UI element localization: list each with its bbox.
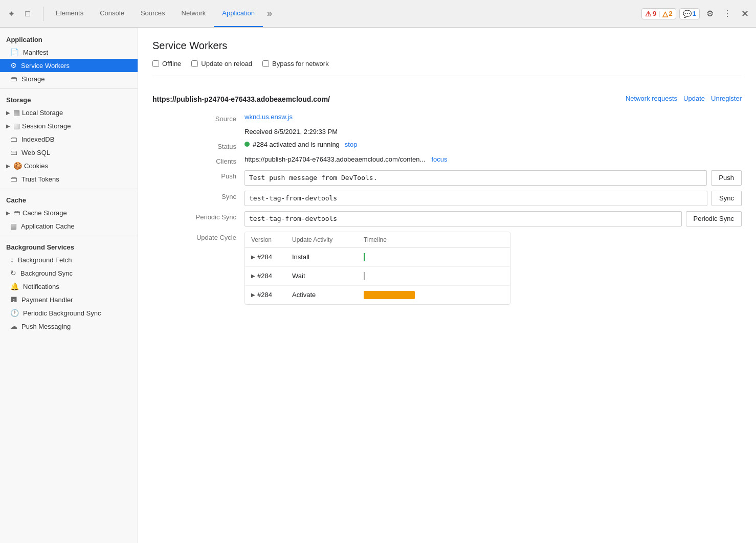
sync-input[interactable]: [244, 191, 707, 206]
tab-application[interactable]: Application: [214, 0, 263, 27]
bypass-for-network-checkbox-label[interactable]: Bypass for network: [262, 60, 329, 67]
settings-button[interactable]: ⚙: [703, 7, 717, 21]
sidebar-item-web-sql-label: Web SQL: [21, 149, 50, 156]
status-text: #284 activated and is running: [253, 141, 340, 148]
clients-label: Clients: [193, 155, 244, 165]
update-on-reload-checkbox[interactable]: [191, 60, 198, 67]
page-title: Service Workers: [152, 40, 742, 52]
periodic-bg-sync-icon: 🕐: [10, 309, 19, 317]
sidebar-item-indexeddb[interactable]: 🗃 IndexedDB: [0, 132, 138, 146]
sidebar-item-application-cache-label: Application Cache: [21, 222, 75, 230]
sync-row: Sync: [244, 191, 742, 206]
sidebar-item-bg-fetch-label: Background Fetch: [18, 256, 72, 264]
sidebar-item-push-messaging[interactable]: ☁ Push Messaging: [0, 320, 138, 333]
cache-section-header: Cache: [0, 192, 138, 206]
tab-console[interactable]: Console: [92, 0, 132, 27]
sidebar-item-application-cache[interactable]: ▦ Application Cache: [0, 219, 138, 233]
update-cycle-row-1: ▶ #284 Wait: [245, 267, 510, 286]
status-dot: [244, 142, 250, 147]
bypass-for-network-label: Bypass for network: [272, 60, 329, 67]
offline-label: Offline: [162, 60, 181, 67]
sidebar-item-notifications[interactable]: 🔔 Notifications: [0, 280, 138, 293]
status-value: #284 activated and is running stop: [244, 141, 742, 148]
sidebar-item-service-workers[interactable]: ⚙ Service Workers: [0, 59, 138, 72]
focus-link[interactable]: focus: [431, 155, 447, 163]
message-badge-group[interactable]: 💬 1: [679, 8, 700, 19]
update-on-reload-checkbox-label[interactable]: Update on reload: [191, 60, 252, 67]
push-label: Push: [193, 170, 244, 180]
update-cycle-header: Version Update Activity Timeline: [245, 232, 510, 248]
sidebar-item-manifest[interactable]: 📄 Manifest: [0, 46, 138, 59]
update-cycle-label: Update Cycle: [193, 232, 244, 241]
sidebar-item-trust-tokens[interactable]: 🗃 Trust Tokens: [0, 172, 138, 186]
notifications-icon: 🔔: [10, 282, 19, 290]
periodic-sync-button[interactable]: Periodic Sync: [686, 211, 742, 227]
cursor-icon[interactable]: ⌖: [4, 7, 18, 21]
offline-checkbox[interactable]: [152, 60, 159, 67]
toolbar-right: ⚠ 9 | △ 2 💬 1 ⚙ ⋮ ✕: [641, 7, 752, 21]
expand-arrow-0: ▶: [251, 254, 255, 260]
push-row: Push: [244, 170, 742, 186]
timeline-bar-gray-1: [364, 272, 365, 280]
sidebar-item-local-storage[interactable]: ▶ ▦ Local Storage: [0, 106, 138, 119]
web-sql-icon: 🗃: [10, 148, 17, 156]
sidebar-item-storage-main-label: Storage: [21, 75, 45, 83]
sync-button[interactable]: Sync: [711, 191, 742, 206]
update-cycle-row-2: ▶ #284 Activate: [245, 286, 510, 304]
sidebar-item-cache-storage-label: Cache Storage: [23, 209, 67, 217]
sw-url-row: https://publish-p24704-e76433.adobeaemcl…: [152, 95, 742, 105]
sidebar-item-bg-sync[interactable]: ↻ Background Sync: [0, 266, 138, 280]
sidebar-item-web-sql[interactable]: 🗃 Web SQL: [0, 146, 138, 159]
periodic-sync-input[interactable]: [244, 211, 682, 227]
sidebar-item-cookies[interactable]: ▶ 🍪 Cookies: [0, 159, 138, 172]
sidebar-item-periodic-bg-sync[interactable]: 🕐 Periodic Background Sync: [0, 306, 138, 320]
stop-link[interactable]: stop: [345, 141, 358, 148]
push-button[interactable]: Push: [711, 170, 742, 186]
service-worker-entry: https://publish-p24704-e76433.adobeaemcl…: [152, 86, 742, 313]
main-layout: Application 📄 Manifest ⚙ Service Workers…: [0, 28, 756, 543]
push-messaging-icon: ☁: [10, 322, 17, 330]
payment-handler-icon: 🖪: [10, 296, 17, 304]
expand-icon-cache-storage: ▶: [6, 210, 10, 216]
responsive-icon[interactable]: □: [20, 7, 35, 21]
tab-sources[interactable]: Sources: [132, 0, 173, 27]
more-tabs-button[interactable]: »: [263, 0, 276, 27]
sidebar-item-periodic-bg-sync-label: Periodic Background Sync: [23, 309, 101, 317]
version-cell-1[interactable]: ▶ #284: [251, 272, 292, 280]
sidebar-item-payment-handler[interactable]: 🖪 Payment Handler: [0, 293, 138, 306]
offline-checkbox-label[interactable]: Offline: [152, 60, 181, 67]
periodic-sync-row: Periodic Sync: [244, 211, 742, 227]
sidebar-item-cache-storage[interactable]: ▶ 🗃 Cache Storage: [0, 206, 138, 219]
network-requests-link[interactable]: Network requests: [626, 95, 677, 102]
divider: [43, 7, 43, 21]
message-icon: 💬: [683, 10, 692, 18]
cache-storage-icon: 🗃: [13, 209, 20, 217]
divider-1: [0, 88, 138, 89]
timeline-cell-1: [364, 272, 504, 280]
sw-url: https://publish-p24704-e76433.adobeaemcl…: [152, 95, 330, 105]
tab-network[interactable]: Network: [173, 0, 214, 27]
session-storage-icon: ▦: [13, 122, 20, 130]
sidebar-item-push-messaging-label: Push Messaging: [21, 323, 71, 330]
version-cell-0[interactable]: ▶ #284: [251, 253, 292, 261]
update-cycle-value: Version Update Activity Timeline ▶ #284 …: [244, 232, 742, 305]
push-input[interactable]: [244, 170, 707, 186]
clients-url: https://publish-p24704-e76433.adobeaemcl…: [244, 155, 425, 163]
sidebar-item-session-storage[interactable]: ▶ ▦ Session Storage: [0, 119, 138, 132]
activity-cell-2: Activate: [292, 291, 364, 299]
version-cell-2[interactable]: ▶ #284: [251, 291, 292, 299]
more-button[interactable]: ⋮: [720, 7, 735, 21]
update-link[interactable]: Update: [683, 95, 705, 102]
error-badge-group[interactable]: ⚠ 9 | △ 2: [641, 8, 676, 19]
service-workers-icon: ⚙: [10, 61, 17, 70]
close-button[interactable]: ✕: [738, 7, 752, 21]
tab-elements[interactable]: Elements: [48, 0, 92, 27]
sidebar-item-storage-main[interactable]: 🗃 Storage: [0, 72, 138, 85]
sidebar-item-local-storage-label: Local Storage: [22, 109, 63, 117]
bypass-for-network-checkbox[interactable]: [262, 60, 269, 67]
application-section-header: Application: [0, 32, 138, 46]
unregister-link[interactable]: Unregister: [711, 95, 742, 102]
periodic-sync-label: Periodic Sync: [193, 211, 244, 221]
source-link[interactable]: wknd.us.ensw.js: [244, 113, 293, 121]
sidebar-item-bg-fetch[interactable]: ↕ Background Fetch: [0, 253, 138, 266]
